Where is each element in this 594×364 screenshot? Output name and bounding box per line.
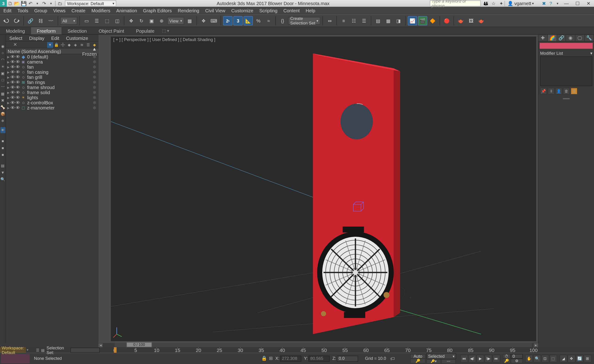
snap-3d-button[interactable]: 3 [233,16,243,25]
help-search-input[interactable]: Type a keyword or phrase [430,0,481,7]
viewport[interactable]: [ + ] [ Perspective ] [ User Defined ] [… [110,36,537,342]
select-manipulate-button[interactable]: ✥ [199,16,208,25]
exp-menu-customize[interactable]: Customize [63,35,91,40]
key-mode-toggle[interactable]: 🔑 [503,358,511,363]
link-button[interactable]: 🔗 [26,16,35,25]
layers-button[interactable]: ▤ [373,16,383,25]
cmd-tab-display[interactable]: 🖵 [575,35,585,41]
align-right-button[interactable]: ☰ [359,16,369,25]
time-config-button[interactable]: ⏱ [503,354,511,358]
explorer-row[interactable]: ▸👁👁fan rings❄ [6,80,99,85]
menu-group[interactable]: Group [34,8,47,13]
render-frame-button[interactable]: 🖼 [466,16,476,25]
window-crossing-button[interactable]: ◫ [113,16,122,25]
li-helpers-icon[interactable]: □ [0,77,5,83]
exp-lock-icon[interactable]: 🔒 [53,42,59,48]
menu-tools[interactable]: Tools [17,8,28,13]
menu-help[interactable]: Help [306,8,315,13]
pan-view-button[interactable]: ✥ [568,355,575,362]
cmd-tab-utilities[interactable]: 🔧 [585,35,594,41]
li-groups-icon[interactable]: ▦ [0,91,5,97]
ribbon-tab-freeform[interactable]: Freeform [31,27,62,34]
align-left-button[interactable]: ≡ [339,16,348,25]
search-go-icon[interactable]: 👪 [483,0,489,7]
ribbon-tab-modeling[interactable]: Modeling [0,27,31,34]
select-rotate-button[interactable]: ↻ [137,16,146,25]
li-filter-icon[interactable]: ▼ [0,170,5,176]
time-slider-track[interactable]: 0 / 100 [115,343,532,347]
exp-layer2-icon[interactable]: ◈ [73,42,79,48]
coord-y[interactable]: 80.565 [309,355,330,361]
explorer-row[interactable]: ▸👁👁frame shroud❄ [6,85,99,90]
selset-icon1[interactable]: ☰ [36,348,40,352]
help-icon[interactable]: ? [547,0,554,7]
menu-animation[interactable]: Animation [116,8,137,13]
li-all-icon[interactable]: ◉ [0,43,5,49]
unlink-button[interactable]: ⛓ [36,16,45,25]
ref-coord-dropdown[interactable]: View [167,17,184,25]
qat-dd2-icon[interactable]: ▾ [47,0,54,7]
explorer-row[interactable]: ▸👁👁lights❄ [6,95,99,100]
explorer-row[interactable]: ▸👁👁z-manometer❄ [6,105,99,110]
li-cameras-icon[interactable]: ▣ [0,71,5,77]
angle-snap-button[interactable]: 📐 [244,16,253,25]
exp-layer1-icon[interactable]: ◆ [66,42,72,48]
pin-stack-button[interactable]: 📌 [540,88,547,95]
orbit-button[interactable]: 🔄 [576,355,583,362]
schematic-view-button[interactable]: 🔶 [428,16,437,25]
redo-icon[interactable]: ↷ [41,0,47,7]
key-filter-dropdown[interactable]: Selected [426,353,456,359]
menu-graph-editors[interactable]: Graph Editors [143,8,172,13]
zoom-extents-button[interactable]: ⊡ [541,355,549,362]
configure-button[interactable]: ☰ [571,88,577,95]
menu-rendering[interactable]: Rendering [178,8,199,13]
project-icon[interactable]: 🗀 [56,0,63,7]
zoom-button[interactable]: 🔍 [533,355,541,362]
workspace-dropdown[interactable]: Workspace: Default [65,0,116,7]
explorer-row[interactable]: ▸👁👁fan❄ [6,65,99,70]
modifier-list-dropdown[interactable]: Modifier List [538,50,594,56]
max-toggle-button[interactable]: ⊞ [584,355,591,362]
time-slider-right[interactable]: ▸ [534,343,538,347]
material-editor-button[interactable]: 🔴 [442,16,451,25]
time-settings[interactable]: ⚙ [511,358,523,363]
undo-icon[interactable]: ↶ [27,0,34,7]
next-frame-button[interactable]: Ⅰ▶ [485,355,492,362]
explorer-list[interactable]: ▸👁👁0 (default)❄▸👁👁camera❄▸👁👁fan❄▸👁👁fan c… [6,54,99,343]
edit-selection-set-button[interactable]: {} [278,16,287,25]
pan-button[interactable]: ✋ [525,355,533,362]
coord-x[interactable]: 272.308 [280,355,301,361]
percent-snap-button[interactable]: % [254,16,263,25]
explorer-row[interactable]: ▸👁👁0 (default)❄ [6,54,99,59]
qat-dd-icon[interactable]: ▾ [34,0,40,7]
menu-edit[interactable]: Edit [3,8,12,13]
explorer-columns[interactable]: Name (Sorted Ascending) ▲ Frozen [6,48,99,54]
select-place-button[interactable]: ⊕ [157,16,166,25]
current-frame[interactable]: 0 [511,354,523,358]
li-expand-icon[interactable]: ▤ [0,163,5,169]
star-icon[interactable]: ☆ [490,0,497,7]
menu-create[interactable]: Create [71,8,85,13]
exp-menu-select[interactable]: Select [6,35,26,40]
prev-frame-button[interactable]: ◀Ⅰ [468,355,476,362]
redo-button[interactable] [12,16,21,25]
cmd-tab-create[interactable]: ✚ [538,35,548,41]
time-tag-icon[interactable]: 🏷 [390,356,395,361]
render-button[interactable]: 🫖 [477,16,486,25]
explorer-row[interactable]: ▸👁👁fan casing❄ [6,70,99,75]
named-selection-dropdown[interactable]: Create Selection Set [288,17,320,25]
maxscript-listener[interactable] [1,354,30,363]
li-xrefs-icon[interactable]: ✖ [0,98,5,104]
object-name-field[interactable] [539,42,593,49]
cmd-tab-hierarchy[interactable]: 🔗 [557,35,566,41]
ribbon-toggle-icon[interactable]: ⬚ ▾ [162,28,169,33]
new-icon[interactable]: 🗋 [7,0,14,7]
select-object-button[interactable]: ▭ [82,16,91,25]
spinner-snap-button[interactable]: ≈ [264,16,273,25]
selection-filter-dropdown[interactable]: All [60,17,77,25]
align-button[interactable]: ☷ [349,16,358,25]
bind-spacewarp-button[interactable]: 〰 [46,16,55,25]
menu-civil-view[interactable]: Civil View [205,8,225,13]
menu-scripting[interactable]: Scripting [259,8,277,13]
select-move-button[interactable]: ✥ [127,16,136,25]
